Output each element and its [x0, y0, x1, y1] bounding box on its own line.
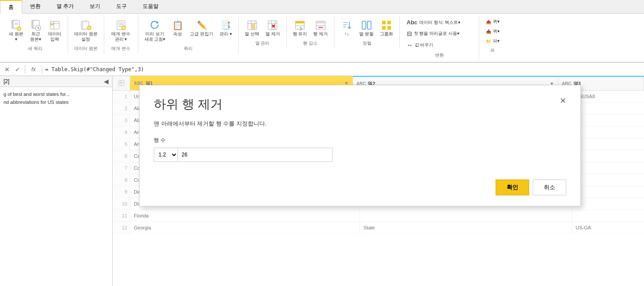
btn-data-source-settings[interactable]: 데이터 원본설정 — [72, 17, 100, 44]
formula-bar: ✕ ✓ fx = Table.Skip(#"Changed Type",3) — [0, 63, 644, 76]
tab-tools[interactable]: 도구 — [108, 0, 135, 13]
refresh-icon — [148, 19, 161, 31]
remove-rows-icon — [314, 19, 327, 31]
btn-data-type-label: 데이터 형식: 텍스트▾ — [419, 20, 460, 25]
svg-rect-50 — [387, 21, 391, 24]
btn-select-columns-label: 열 선택 — [245, 31, 259, 37]
btn-remove-rows[interactable]: 행 제거 — [311, 17, 330, 38]
remove-columns-icon — [266, 19, 279, 31]
group-new-query: 새 원본▾ 최근원본▾ 데이터입력 새 쿼리 — [3, 15, 68, 53]
misc3-label: 파▾ — [493, 38, 500, 44]
tab-add-column[interactable]: 열 추가 — [49, 0, 82, 13]
group-sort: ↑↓ 열 분할 그룹화 정렬 — [334, 15, 400, 48]
new-source-icon — [10, 19, 22, 31]
confirm-button[interactable]: 확인 — [496, 179, 529, 195]
formula-fx-label: fx — [28, 66, 39, 72]
btn-keep-rows-label: 행 유지 — [293, 31, 307, 37]
keep-rows-icon — [294, 19, 306, 31]
btn-recent-source[interactable]: 최근원본▾ — [27, 17, 45, 44]
group-query-label: 쿼리 — [184, 44, 193, 52]
split-col-icon — [360, 19, 373, 31]
svg-rect-37 — [295, 21, 304, 23]
dialog-row-count-input[interactable] — [178, 148, 333, 162]
group-col-manage-label: 열 관리 — [255, 38, 270, 46]
tab-home[interactable]: 홈 — [0, 0, 22, 14]
btn-new-source[interactable]: 새 원본▾ — [6, 17, 26, 44]
misc1-label: 퀴▾ — [493, 19, 500, 24]
btn-manage-query-label: 관리 ▾ — [220, 31, 232, 37]
formula-input[interactable]: = Table.Skip(#"Changed Type",3) — [45, 66, 641, 72]
split-col-label: 열 분할 — [359, 31, 374, 37]
dialog-dropdown[interactable]: 1.2 1.0 — [154, 148, 178, 162]
tab-view[interactable]: 보기 — [82, 0, 108, 13]
btn-advanced-editor[interactable]: ✏️ 고급 편집기 — [187, 17, 216, 44]
sidebar-header: [2] ◀ — [0, 76, 112, 87]
collapse-sidebar-btn[interactable]: ◀ — [104, 78, 109, 85]
sidebar: [2] ◀ g of best and worst states for... … — [0, 76, 113, 286]
misc3-icon: 📁 — [486, 39, 491, 44]
group-data-source-label: 데이터 원본 — [74, 44, 98, 52]
sidebar-line-1: g of best and worst states for... — [4, 91, 109, 99]
manage-params-icon — [115, 19, 127, 31]
formula-confirm-icon[interactable]: ✓ — [13, 65, 22, 74]
btn-data-source-settings-label: 데이터 원본설정 — [74, 31, 98, 42]
main-area: [2] ◀ g of best and worst states for... … — [0, 76, 644, 286]
btn-replace-values-label: 값 바꾸기 — [415, 42, 434, 48]
group-misc: 📤 퀴▾ 📥 퀴▾ 📁 파▾ 파 — [479, 15, 506, 55]
ribbon: 홈 변환 열 추가 보기 도구 도움말 새 원본▾ 최근원본▾ — [0, 0, 644, 63]
btn-data-entry[interactable]: 데이터입력 — [45, 17, 64, 44]
btn-replace-values[interactable]: ↔ 값 바꾸기 — [404, 40, 475, 50]
svg-rect-46 — [362, 21, 366, 29]
cancel-button[interactable]: 취소 — [533, 179, 566, 195]
dialog-close-btn[interactable]: ✕ — [560, 96, 566, 106]
tab-transform[interactable]: 변환 — [22, 0, 49, 13]
btn-use-first-row-label: 첫 행을 머리글로 사용▾ — [414, 31, 459, 36]
btn-remove-rows-label: 행 제거 — [313, 31, 328, 37]
btn-group-by[interactable]: 그룹화 — [377, 17, 396, 38]
group-params: 매개 변수관리 ▾ 매개 변수 — [104, 15, 138, 53]
btn-split-col[interactable]: 열 분할 — [356, 17, 376, 38]
group-misc-label: 파 — [490, 46, 495, 53]
sidebar-query-label: [2] — [4, 78, 9, 84]
misc1-icon: 📤 — [486, 19, 491, 24]
btn-select-columns[interactable]: 열 선택 — [242, 17, 262, 38]
group-transform-label: 변환 — [435, 50, 444, 58]
formula-cancel-icon[interactable]: ✕ — [3, 65, 11, 74]
data-type-icon: Abc — [407, 19, 418, 26]
formula-bar-separator2 — [42, 65, 42, 74]
svg-rect-40 — [316, 21, 325, 23]
misc2-icon: 📥 — [486, 29, 491, 34]
svg-rect-15 — [51, 24, 53, 25]
btn-keep-rows[interactable]: 행 유지 — [290, 17, 310, 38]
sort-asc-label: ↑↓ — [345, 31, 349, 37]
sort-asc-icon — [341, 19, 353, 31]
ribbon-content: 새 원본▾ 최근원본▾ 데이터입력 새 쿼리 — [0, 14, 644, 62]
table-area: ABC 열1 ▼ ABC 열2 ▼ ABC 열3 1United S — [113, 76, 644, 286]
btn-manage-query[interactable]: 📑 관리 ▾ — [217, 17, 235, 44]
dialog-title: 하위 행 제거 — [154, 96, 223, 113]
svg-rect-49 — [382, 21, 386, 24]
btn-misc3[interactable]: 📁 파▾ — [483, 37, 502, 46]
btn-advanced-editor-label: 고급 편집기 — [190, 31, 213, 37]
btn-data-type[interactable]: Abc 데이터 형식: 텍스트▾ — [404, 17, 475, 27]
btn-sort-asc[interactable]: ↑↓ — [338, 17, 356, 38]
btn-use-first-row[interactable]: ⊟ 첫 행을 머리글로 사용▾ — [404, 28, 475, 39]
formula-bar-separator — [25, 65, 25, 74]
btn-refresh-preview[interactable]: 미리 보기새로 고침▾ — [142, 17, 168, 44]
btn-remove-columns[interactable]: 열 제거 — [263, 17, 283, 38]
btn-refresh-label: 미리 보기새로 고침▾ — [144, 31, 166, 42]
manage-query-icon: 📑 — [220, 19, 232, 31]
btn-misc1[interactable]: 📤 퀴▾ — [483, 17, 502, 26]
btn-properties[interactable]: 📋 속성 — [169, 17, 186, 44]
group-transform: Abc 데이터 형식: 텍스트▾ ⊟ 첫 행을 머리글로 사용▾ ↔ 값 바꾸기… — [400, 15, 479, 60]
btn-properties-label: 속성 — [173, 31, 182, 37]
btn-misc2[interactable]: 📥 퀴▾ — [483, 27, 502, 36]
select-columns-icon — [246, 19, 258, 31]
group-by-label: 그룹화 — [380, 31, 393, 37]
group-col-manage: 열 선택 열 제거 열 관리 — [239, 15, 287, 48]
sidebar-content: g of best and worst states for... nd abb… — [0, 87, 112, 110]
tab-help[interactable]: 도움말 — [135, 0, 167, 13]
btn-manage-params[interactable]: 매개 변수관리 ▾ — [108, 17, 134, 44]
dialog-title-bar: 하위 행 제거 ✕ — [154, 96, 566, 113]
sidebar-line-2: nd abbreviations for US states — [4, 99, 109, 107]
